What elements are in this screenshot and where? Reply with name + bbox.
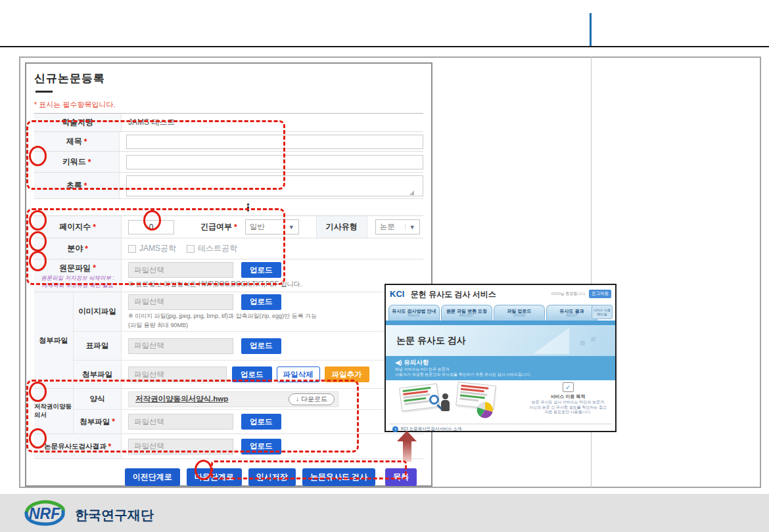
pie-chart-icon: [477, 401, 494, 418]
image-file-label: 이미지파일: [74, 292, 122, 331]
top-blue-tick: [590, 13, 592, 46]
kci-banner: 논문 유사도 검사: [386, 325, 615, 356]
nrf-logo: NRF 한국연구재단: [20, 499, 217, 527]
kci-service-title: 문헌 유사도 검사 서비스: [411, 290, 496, 299]
annotation-circle-buttons: [195, 460, 212, 480]
kci-blue-strip: [386, 321, 615, 325]
kci-purpose-title: 서비스 이용 목적: [551, 393, 586, 400]
nrf-logo-text: NRF: [29, 505, 60, 522]
footer: NRF 한국연구재단: [0, 494, 769, 532]
image-file-row: 이미지파일 파일선택 업로드 ※ 이미지 파일(jpg, jpeg, png, …: [74, 292, 423, 332]
kci-notice-title: 유의사항: [404, 359, 429, 366]
footer-org-name: 한국연구재단: [75, 508, 154, 522]
top-horizontal-rule: [0, 46, 769, 47]
image-note-line1: ※ 이미지 파일(jpg, jpeg, png, bmp, tif)과 압축파일…: [128, 312, 317, 321]
image-upload-button[interactable]: 업로드: [241, 294, 281, 310]
kci-tab-manual[interactable]: 유사도 검사방법 안내MANUAL: [388, 305, 440, 321]
kci-header: KCI 문헌 유사도 검사 서비스 OOO님 환영합니다. 로그아웃: [386, 285, 615, 302]
annotation-box-title-keyword-abstract: [26, 120, 285, 190]
kci-purpose-line1: 논문 유사도 검사 서비스는 타인의 논문과: [532, 400, 604, 405]
article-type-select[interactable]: 논문 ▼: [375, 219, 420, 234]
banner-square-decoration: [591, 337, 595, 342]
table-file-label: 표파일: [74, 332, 122, 360]
checklist-icon: ✓: [563, 382, 574, 392]
attachments-group-label: 첨부파일: [34, 292, 74, 388]
table-file-select-input[interactable]: 파일선택: [128, 338, 233, 354]
banner-square-decoration: [580, 341, 585, 345]
magnifier-icon: [429, 395, 439, 405]
kci-similarity-service-window: KCI 문헌 유사도 검사 서비스 OOO님 환영합니다. 로그아웃 유사도 검…: [384, 284, 617, 432]
required-fields-note: * 표시는 필수항목입니다.: [34, 100, 423, 109]
chevron-down-icon: ▼: [405, 224, 415, 231]
kci-banner-title: 논문 유사도 검사: [396, 335, 466, 347]
kci-notice-bar: ◀) 유의사항 해당 서비스는 KCI 보유 논문과 사용자가 작성한 논문간의…: [386, 356, 615, 380]
resize-handle-icon[interactable]: [409, 190, 414, 195]
chevron-down-icon: ▼: [284, 224, 294, 231]
kci-purpose-panel: ✓ 서비스 이용 목적 논문 유사도 검사 서비스는 타인의 논문과 자신의 논…: [525, 382, 611, 415]
kci-logout-button[interactable]: 로그아웃: [589, 290, 611, 298]
kci-intro-link-row: i KCI 논문유사도검사서비스 소개: [390, 424, 611, 433]
annotation-box-buttons: [211, 460, 407, 479]
article-type-label: 기사유형: [326, 221, 358, 233]
annotation-arrow-up: [397, 431, 417, 462]
prev-step-button[interactable]: 이전단계로: [125, 468, 180, 486]
kci-purpose-line2: 자신의 논문 간 유사한 정도를 확인하는 참고: [529, 405, 607, 410]
person-body: [441, 400, 450, 411]
kci-welcome-text: OOO님 환영합니다.: [551, 291, 586, 297]
kci-manual-button[interactable]: 서비스 이용 매뉴얼: [592, 305, 613, 319]
speaker-icon: ◀): [395, 359, 402, 366]
article-type-value: 논문: [380, 222, 395, 232]
page: 신규논문등록 * 표시는 필수항목입니다. 학술지명 JAMS 테스트 제목* …: [0, 0, 769, 532]
image-note-line2: (파일 용량 최대 90MB): [128, 321, 188, 330]
title-underline: [35, 91, 53, 93]
attachments-group: 첨부파일 이미지파일 파일선택 업로드 ※ 이미지 파일(jpg, jpeg, …: [34, 292, 423, 389]
page-title: 신규논문등록: [34, 72, 423, 86]
kci-content-area: ✓ 서비스 이용 목적 논문 유사도 검사 서비스는 타인의 논문과 자신의 논…: [386, 380, 615, 424]
annotation-box-copyright-similarity: [26, 380, 359, 453]
table-file-row: 표파일 파일선택 업로드: [74, 332, 423, 361]
person-icon: [442, 393, 448, 399]
kci-purpose-line3: 자료 용도로만 사용됩니다.: [544, 410, 591, 415]
kci-tab-result[interactable]: 유사도 결과RESULT: [546, 305, 597, 321]
table-upload-button[interactable]: 업로드: [241, 338, 281, 354]
kci-logo: KCI: [390, 289, 404, 299]
image-file-select-input[interactable]: 파일선택: [128, 294, 233, 310]
kci-tab-bar: 유사도 검사방법 안내MANUAL 원문 파일 변환 요청REQUEST 파일 …: [386, 302, 615, 321]
kci-tab-upload[interactable]: 파일 업로드UPLOAD: [494, 305, 545, 321]
kci-notice-line2: 사용자가 작성한 논문간의 유사성을 확인하기 위한 유사도 검사 서비스입니다…: [395, 372, 606, 377]
kci-notice-line1: 해당 서비스는 KCI 보유 논문과: [395, 366, 606, 372]
kci-tab-request[interactable]: 원문 파일 변환 요청REQUEST: [441, 305, 492, 321]
banner-triangle-decoration: [533, 328, 569, 354]
annotation-box-pages-field-manuscript: [26, 208, 285, 285]
